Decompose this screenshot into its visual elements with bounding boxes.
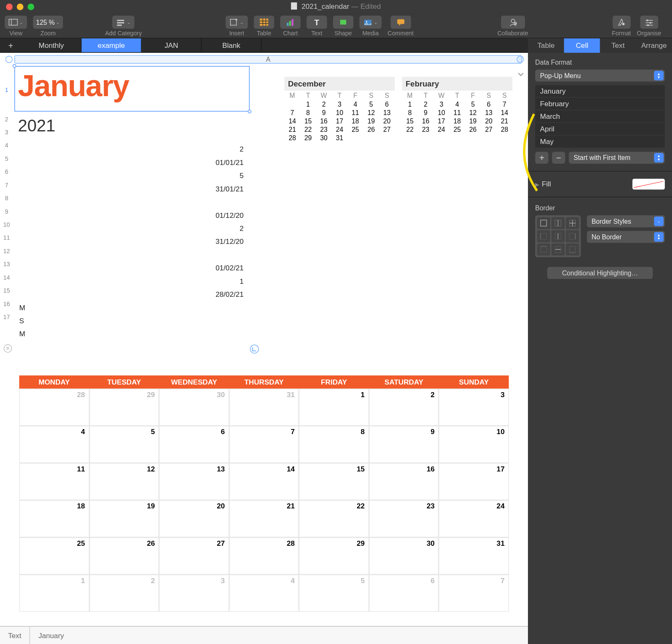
calendar-day[interactable]: 5 xyxy=(299,575,369,612)
organise-button[interactable] xyxy=(640,16,658,29)
disclosure-icon[interactable]: ▶ xyxy=(535,182,539,188)
calendar-day[interactable]: 31 xyxy=(439,537,509,575)
data-cell[interactable]: 01/02/21 xyxy=(17,262,245,275)
calendar-day[interactable]: 23 xyxy=(369,500,439,537)
calendar-day[interactable]: 14 xyxy=(229,463,299,500)
row-number[interactable]: 9 xyxy=(1,205,12,218)
inspector-tab[interactable]: Text xyxy=(600,38,636,52)
conditional-highlighting-button[interactable]: Conditional Highlighting… xyxy=(547,267,653,279)
start-with-select[interactable]: Start with First Item ▲▼ xyxy=(569,152,665,164)
data-cell[interactable]: 01/12/20 xyxy=(17,209,245,222)
calendar-day[interactable]: 17 xyxy=(439,463,509,500)
inspector-tab[interactable]: Cell xyxy=(564,38,600,52)
sheet-tab[interactable]: Blank xyxy=(202,38,262,52)
data-cell[interactable]: S xyxy=(17,314,245,327)
calendar-day[interactable]: 19 xyxy=(89,500,159,537)
calendar-day[interactable]: 1 xyxy=(19,575,89,612)
row-number[interactable]: 11 xyxy=(1,231,12,244)
row-number[interactable]: 1 xyxy=(1,67,12,113)
popup-option[interactable]: January xyxy=(535,85,665,98)
chart-button[interactable] xyxy=(280,16,301,29)
data-cell[interactable]: 2 xyxy=(17,143,245,156)
calendar-day[interactable]: 2 xyxy=(89,575,159,612)
calendar-day[interactable]: 1 xyxy=(299,389,369,426)
row-number[interactable]: 15 xyxy=(1,284,12,297)
calendar-day[interactable]: 12 xyxy=(89,463,159,500)
calendar-day[interactable]: 30 xyxy=(159,389,229,426)
popup-option[interactable]: May xyxy=(535,136,665,148)
calendar-day[interactable]: 5 xyxy=(89,426,159,463)
calendar-day[interactable]: 27 xyxy=(159,537,229,575)
popup-option[interactable]: April xyxy=(535,123,665,136)
canvas[interactable]: A 1234567891011121314151617 January 2021… xyxy=(0,53,528,626)
add-option-button[interactable]: + xyxy=(535,152,548,164)
data-cell[interactable] xyxy=(17,248,245,261)
calendar-day[interactable]: 29 xyxy=(89,389,159,426)
fill-swatch[interactable] xyxy=(633,179,665,190)
calendar-day[interactable]: 4 xyxy=(19,426,89,463)
calendar-day[interactable]: 3 xyxy=(439,389,509,426)
data-cell[interactable]: 01/01/21 xyxy=(17,156,245,169)
calendar-day[interactable]: 3 xyxy=(159,575,229,612)
row-number[interactable]: 13 xyxy=(1,258,12,271)
data-cell[interactable] xyxy=(17,196,245,209)
text-button[interactable]: T xyxy=(307,16,327,29)
calendar-day[interactable]: 7 xyxy=(229,426,299,463)
data-format-select[interactable]: Pop-Up Menu ▲▼ xyxy=(535,70,665,82)
calendar-day[interactable]: 4 xyxy=(229,575,299,612)
row-number[interactable]: 8 xyxy=(1,192,12,205)
column-handle-left-icon[interactable] xyxy=(5,56,13,63)
column-header[interactable]: A xyxy=(14,55,522,63)
data-cell[interactable]: M xyxy=(17,301,245,314)
remove-option-button[interactable]: − xyxy=(552,152,565,164)
selection-handle-icon[interactable] xyxy=(248,110,252,113)
view-button[interactable]: ⌄ xyxy=(5,16,27,29)
row-number[interactable]: 5 xyxy=(1,152,12,165)
row-number[interactable]: 17 xyxy=(1,311,12,324)
row-number[interactable]: 16 xyxy=(1,298,12,311)
border-type-select[interactable]: No Border▲▼ xyxy=(587,231,665,243)
data-cell[interactable]: 31/12/20 xyxy=(17,235,245,248)
calendar-day[interactable]: 8 xyxy=(299,426,369,463)
inspector-tab[interactable]: Arrange xyxy=(636,38,672,52)
popup-option[interactable]: February xyxy=(535,98,665,110)
calendar-day[interactable]: 13 xyxy=(159,463,229,500)
row-number[interactable]: 12 xyxy=(1,245,12,258)
popup-option[interactable]: March xyxy=(535,110,665,123)
column-handle-right-icon[interactable] xyxy=(517,56,524,63)
calendar-day[interactable]: 9 xyxy=(369,426,439,463)
data-cell[interactable]: 2 xyxy=(17,222,245,235)
inspector-tab[interactable]: Table xyxy=(528,38,564,52)
comment-button[interactable] xyxy=(391,16,411,29)
collaborate-button[interactable] xyxy=(501,16,525,29)
data-cell[interactable]: 31/01/21 xyxy=(17,182,245,195)
data-cell[interactable]: 1 xyxy=(17,275,245,288)
media-button[interactable]: ⌄ xyxy=(360,16,382,29)
calendar-day[interactable]: 6 xyxy=(159,426,229,463)
calendar-day[interactable]: 10 xyxy=(439,426,509,463)
calendar-day[interactable]: 6 xyxy=(369,575,439,612)
row-number[interactable]: 7 xyxy=(1,179,12,192)
calendar-day[interactable]: 29 xyxy=(299,537,369,575)
row-footer-icon[interactable]: ≡ xyxy=(4,344,12,353)
insert-button[interactable]: ⌄ xyxy=(226,16,248,29)
table-button[interactable] xyxy=(254,16,274,29)
row-number[interactable]: 4 xyxy=(1,139,12,152)
row-number[interactable]: 10 xyxy=(1,218,12,231)
calendar-day[interactable]: 2 xyxy=(369,389,439,426)
sheet-tab[interactable]: example xyxy=(81,38,142,52)
row-number[interactable]: 2 xyxy=(1,113,12,126)
row-number[interactable]: 3 xyxy=(1,126,12,139)
calendar-day[interactable]: 24 xyxy=(439,500,509,537)
calendar-day[interactable]: 11 xyxy=(19,463,89,500)
zoom-button[interactable]: 125 %⌄ xyxy=(33,16,63,29)
add-category-button[interactable]: ⌄ xyxy=(113,16,135,29)
sheet-tab[interactable]: Monthly xyxy=(21,38,81,52)
calendar-day[interactable]: 15 xyxy=(299,463,369,500)
calendar-day[interactable]: 28 xyxy=(229,537,299,575)
row-number[interactable]: 14 xyxy=(1,271,12,284)
calendar-day[interactable]: 22 xyxy=(299,500,369,537)
calendar-day[interactable]: 28 xyxy=(19,389,89,426)
calendar-day[interactable]: 25 xyxy=(19,537,89,575)
data-cell[interactable]: M xyxy=(17,327,245,340)
